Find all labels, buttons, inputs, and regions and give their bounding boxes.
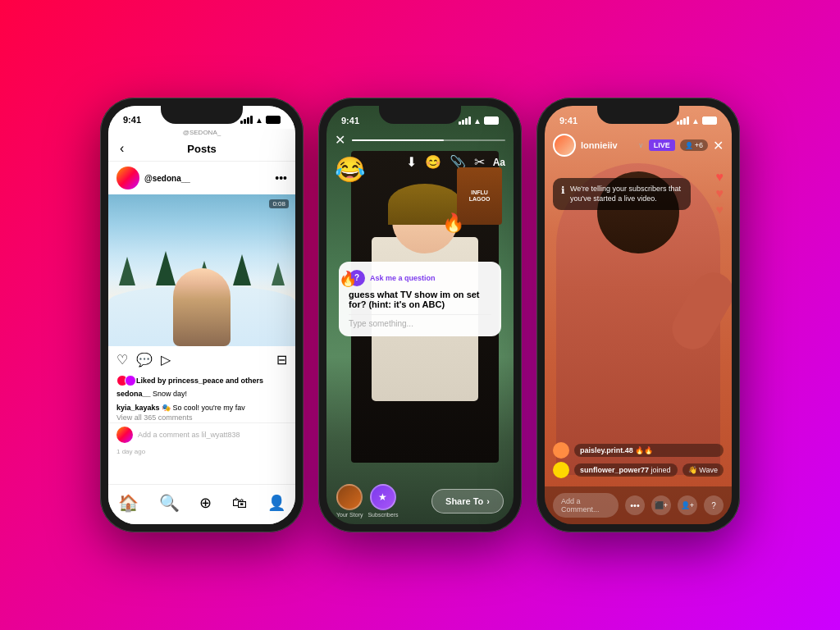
battery-icon-2	[484, 116, 499, 125]
live-comments: paisley.print.48 🔥🔥 sunflower_power77 jo…	[553, 442, 724, 478]
subscribers-avatar	[370, 484, 396, 510]
like-button[interactable]: ♡	[116, 352, 128, 368]
heart-3: ♥	[716, 203, 724, 217]
notch-2	[379, 106, 461, 124]
liked-avatars	[116, 375, 133, 386]
text-tool[interactable]: Aa	[493, 157, 505, 168]
live-comment-2: sunflower_power77 joined 👋 Wave	[553, 462, 724, 478]
live-comment-input[interactable]: Add a Comment...	[553, 493, 619, 518]
post-caption: sedona__ Snow day!	[108, 388, 295, 403]
live-username[interactable]: lonnieiiv	[581, 140, 633, 150]
nav-search-button[interactable]: 🔍	[159, 493, 180, 513]
story-question-input[interactable]: Type something...	[349, 314, 491, 328]
nav-profile-button[interactable]: 👤	[267, 494, 285, 512]
commenter-1-text: paisley.print.48 🔥🔥	[574, 444, 724, 457]
live-add-user-button[interactable]: 👤+	[678, 495, 697, 515]
fire-emoji-1: 🔥	[442, 212, 464, 234]
caption-text: Snow day!	[153, 390, 187, 398]
bookmark-button[interactable]: ⊟	[276, 352, 287, 368]
post-actions: ♡ 💬 ▷ ⊟	[108, 346, 295, 373]
post-timestamp: 1 day ago	[108, 446, 295, 459]
live-screen-button[interactable]: ⬛+	[651, 495, 671, 515]
story-bottom-bar: Your Story Subscribers Share To ›	[326, 477, 514, 524]
comment-emoji: 🎭	[162, 404, 173, 412]
post-more-button[interactable]: •••	[275, 171, 287, 185]
live-host-avatar	[553, 134, 576, 157]
live-viewers-count: +6	[695, 141, 703, 149]
live-help-button[interactable]: ?	[704, 495, 724, 515]
live-viewers-icon: 👤	[685, 142, 693, 149]
story-top-bar: ✕	[326, 129, 514, 151]
status-icons-1: ▲	[240, 116, 281, 125]
flame-sign-text: INFLULAGOO	[469, 189, 491, 203]
feed-navigation: 🏠 🔍 ⊕ 🛍 👤	[108, 484, 295, 524]
info-icon: ℹ	[561, 185, 565, 196]
add-comment-row: Add a comment as lil_wyatt838	[108, 422, 295, 446]
live-overlay: 9:41 ▲ lonnieiiv ∨ LIVE	[545, 106, 732, 524]
feed-header: ‹ Posts	[108, 138, 295, 162]
username-chevron: ∨	[638, 141, 644, 149]
notch	[161, 106, 243, 124]
battery-icon-3	[702, 116, 717, 125]
commenter-1-username[interactable]: paisley.print.48	[580, 446, 633, 454]
subscribers-item[interactable]: Subscribers	[368, 484, 398, 518]
share-to-button[interactable]: Share To ›	[431, 489, 504, 514]
post-username[interactable]: @sedona__	[144, 174, 270, 183]
status-time-2: 9:41	[341, 116, 359, 126]
share-to-arrow: ›	[486, 496, 490, 506]
signal-2	[459, 116, 471, 125]
page-title: Posts	[187, 143, 216, 155]
wave-button[interactable]: 👋 Wave	[682, 463, 724, 477]
view-comments-link[interactable]: View all 365 comments	[108, 413, 295, 422]
fire-emoji-2: 🔥	[339, 270, 357, 288]
live-comment-1: paisley.print.48 🔥🔥	[553, 442, 724, 459]
download-tool[interactable]: ⬇	[406, 154, 417, 170]
question-label: Ask me a question	[370, 274, 436, 282]
story-progress-bar	[352, 139, 505, 141]
heart-1: ♥	[716, 170, 724, 185]
sticker-tool[interactable]: 😊	[425, 154, 441, 170]
commenter-2-username[interactable]: sunflower_power77	[580, 466, 649, 474]
laugh-emoji: 😂	[335, 155, 365, 184]
your-story-avatar	[336, 484, 363, 510]
live-badge: LIVE	[649, 139, 675, 151]
commenter-1-emoji: 🔥🔥	[635, 446, 653, 454]
comment-text: So cool! you're my fav	[173, 404, 245, 412]
share-button[interactable]: ▷	[161, 352, 171, 368]
story-close-button[interactable]: ✕	[335, 132, 345, 148]
live-header: lonnieiiv ∨ LIVE 👤 +6 ✕	[545, 129, 732, 162]
status-icons-2: ▲	[459, 116, 499, 126]
live-close-button[interactable]: ✕	[713, 138, 724, 153]
notification-text: We're telling your subscribers that you'…	[570, 185, 682, 203]
commenter-2-text: sunflower_power77 joined	[574, 463, 678, 477]
heart-2: ♥	[716, 186, 724, 201]
post-comment: kyia_kayaks 🎭 So cool! you're my fav	[108, 403, 295, 413]
wave-label: Wave	[699, 466, 718, 474]
share-to-label: Share To	[445, 496, 483, 506]
nav-shop-button[interactable]: 🛍	[232, 495, 247, 512]
wifi-icon-3: ▲	[692, 116, 700, 126]
commenter-username[interactable]: kyia_kayaks	[116, 404, 160, 412]
add-comment-input[interactable]: Add a comment as lil_wyatt838	[138, 431, 240, 439]
nav-add-button[interactable]: ⊕	[199, 494, 212, 512]
your-story-item[interactable]: Your Story	[336, 484, 363, 518]
commenter-2-avatar	[553, 462, 569, 478]
comment-button[interactable]: 💬	[136, 352, 153, 368]
live-more-button[interactable]: •••	[625, 495, 645, 515]
signal-3	[677, 116, 689, 125]
post-header: @sedona__ •••	[108, 162, 295, 194]
caption-username[interactable]: sedona__	[116, 390, 151, 398]
commenter-avatar	[116, 427, 133, 443]
story-destination-avatars: Your Story Subscribers	[336, 484, 398, 518]
liked-by-text: Liked by princess_peace and others	[136, 377, 263, 385]
subscribers-label: Subscribers	[368, 512, 398, 518]
story-question-box[interactable]: ? Ask me a question guess what TV show i…	[339, 262, 501, 336]
wifi-icon-1: ▲	[255, 116, 263, 125]
signal-1	[240, 116, 253, 124]
post-avatar	[116, 167, 139, 189]
back-button[interactable]: ‹	[120, 141, 124, 156]
nav-home-button[interactable]: 🏠	[118, 493, 139, 513]
live-bottom-bar: Add a Comment... ••• ⬛+ 👤+ ?	[545, 486, 732, 524]
live-hearts: ♥ ♥ ♥	[716, 170, 724, 217]
live-body: ℹ We're telling your subscribers that yo…	[545, 162, 732, 486]
